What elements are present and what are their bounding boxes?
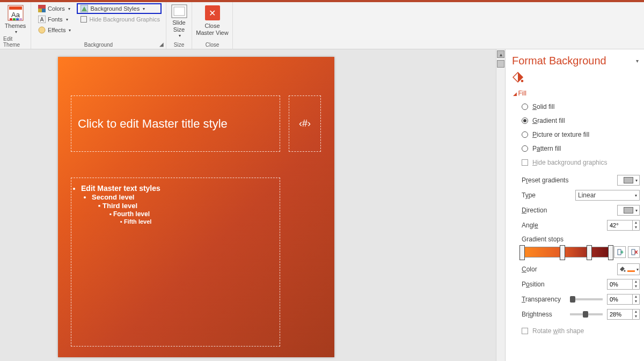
hide-bg-graphics-label: Hide Background Graphics <box>89 16 159 23</box>
preset-gradients-dropdown[interactable] <box>617 175 640 186</box>
spin-up[interactable]: ▲ <box>633 310 639 314</box>
slide-number-text: ‹#› <box>299 118 311 129</box>
brightness-label: ghtness <box>530 311 552 318</box>
paint-bucket-icon <box>618 266 626 273</box>
pattern-fill-radio[interactable]: Pattern fill <box>522 143 640 154</box>
transparency-spinner[interactable]: ▲▼ <box>607 294 640 305</box>
background-styles-button[interactable]: Background Styles <box>77 3 161 14</box>
angle-input[interactable] <box>607 220 633 231</box>
gradient-fill-label: radient fill <box>537 117 565 124</box>
pane-title: Format Background <box>512 55 636 67</box>
brightness-slider[interactable] <box>570 313 603 315</box>
colors-button[interactable]: Colors <box>36 3 72 14</box>
slide-size-button[interactable]: SlideSize <box>166 2 193 38</box>
fill-section-header[interactable]: Fill <box>506 87 644 99</box>
gradient-stop-4[interactable] <box>608 245 613 260</box>
transparency-slider[interactable] <box>570 298 603 300</box>
background-right-stack: Background Styles Hide Background Graphi… <box>75 2 163 36</box>
slide-number-placeholder[interactable]: ‹#› <box>289 95 321 152</box>
gradient-stop-1[interactable] <box>519 245 525 260</box>
background-styles-icon <box>80 5 88 12</box>
solid-fill-label: olid fill <box>537 103 554 110</box>
hide-bg-label: ide background graphics <box>537 159 608 166</box>
close-master-view-button[interactable]: ✕ CloseMaster View <box>193 2 231 38</box>
swatch-icon <box>624 207 633 213</box>
bullet-l1: Edit Master text styles <box>81 184 160 193</box>
svg-rect-4 <box>13 18 16 20</box>
gradient-stop-3[interactable] <box>587 245 592 260</box>
bullet-l4: Fourth level <box>113 210 150 218</box>
add-gradient-stop-button[interactable] <box>614 246 626 258</box>
solid-fill-radio[interactable]: Solid fill <box>522 101 640 112</box>
checkbox-icon <box>522 159 528 166</box>
brightness-spinner[interactable]: ▲▼ <box>607 309 640 320</box>
title-placeholder[interactable]: Click to edit Master title style <box>71 95 280 152</box>
effects-button[interactable]: Effects <box>36 25 72 35</box>
gradient-stops-row <box>522 246 640 258</box>
fonts-button[interactable]: A Fonts <box>36 14 72 25</box>
vertical-scrollbar[interactable]: ▴ <box>496 49 505 361</box>
gradient-type-select[interactable]: Linear <box>575 190 640 201</box>
spin-down[interactable]: ▼ <box>633 284 639 289</box>
scroll-thumb[interactable] <box>497 60 504 68</box>
hide-bg-graphics-check: Hide background graphics <box>522 157 640 168</box>
position-spinner[interactable]: ▲▼ <box>607 279 640 290</box>
checkbox-icon <box>522 328 528 334</box>
svg-point-19 <box>624 270 625 271</box>
gradient-stop-2[interactable] <box>560 245 565 260</box>
direction-dropdown[interactable] <box>617 205 640 216</box>
svg-rect-8 <box>38 9 42 12</box>
slide-size-l1: Slide <box>172 19 185 26</box>
svg-point-12 <box>39 27 45 33</box>
ribbon-group-background: Colors A Fonts Effects Background Styles <box>31 2 166 49</box>
svg-rect-18 <box>632 249 635 255</box>
svg-rect-17 <box>618 249 621 255</box>
rotate-label: ith shape <box>558 327 584 335</box>
slider-thumb[interactable] <box>583 311 588 318</box>
ribbon-group-edit-theme: Aa Themes Edit Theme <box>0 2 31 49</box>
brightness-input[interactable] <box>607 309 633 320</box>
pane-menu-button[interactable]: ▾ <box>636 58 639 64</box>
color-swatch <box>627 267 635 272</box>
fill-section-label: Fill <box>518 90 526 97</box>
angle-spinner[interactable]: ▲▼ <box>607 220 640 231</box>
color-picker-button[interactable]: ▾ <box>617 263 640 275</box>
fonts-icon: A <box>38 16 46 23</box>
slider-thumb[interactable] <box>570 296 575 303</box>
background-dialog-launcher[interactable]: ◢ <box>158 41 165 48</box>
fill-category-icon[interactable] <box>512 71 524 83</box>
background-left-stack: Colors A Fonts Effects <box>34 2 75 36</box>
close-l1: Close <box>204 23 219 29</box>
hide-bg-graphics-checkbox[interactable]: Hide Background Graphics <box>77 14 161 25</box>
themes-button[interactable]: Aa Themes <box>2 2 30 36</box>
work-area: Click to edit Master title style ‹#› Edi… <box>0 49 644 361</box>
spin-down[interactable]: ▼ <box>633 299 639 304</box>
spin-up[interactable]: ▲ <box>633 294 639 299</box>
svg-text:A: A <box>40 17 44 23</box>
colors-label: Colors <box>48 5 65 12</box>
svg-rect-1 <box>9 6 22 10</box>
color-label: olor <box>526 266 537 273</box>
gradient-stops-track[interactable] <box>522 247 612 257</box>
slide-canvas[interactable]: Click to edit Master title style ‹#› Edi… <box>0 49 496 361</box>
position-input[interactable] <box>607 279 633 290</box>
scroll-up-button[interactable]: ▴ <box>497 50 504 58</box>
format-background-pane: Format Background ▾ Fill Solid fill Grad… <box>505 49 644 361</box>
svg-rect-9 <box>42 9 46 12</box>
slide-master[interactable]: Click to edit Master title style ‹#› Edi… <box>58 57 334 357</box>
spin-down[interactable]: ▼ <box>633 314 639 319</box>
picture-fill-radio[interactable]: Picture or texture fill <box>522 129 640 140</box>
body-placeholder[interactable]: Edit Master text styles Second level Thi… <box>71 178 280 347</box>
spin-down[interactable]: ▼ <box>633 225 639 230</box>
themes-label: Themes <box>5 23 26 30</box>
transparency-input[interactable] <box>607 294 633 305</box>
direction-label: irection <box>526 207 547 214</box>
spin-up[interactable]: ▲ <box>633 220 639 225</box>
transparency-label: ransparency <box>525 296 561 303</box>
colors-icon <box>38 5 46 12</box>
remove-gradient-stop-button[interactable] <box>628 246 640 258</box>
spin-up[interactable]: ▲ <box>633 279 639 284</box>
svg-point-16 <box>521 80 524 83</box>
bullet-l2: Second level <box>92 193 134 201</box>
gradient-fill-radio[interactable]: Gradient fill <box>522 115 640 126</box>
